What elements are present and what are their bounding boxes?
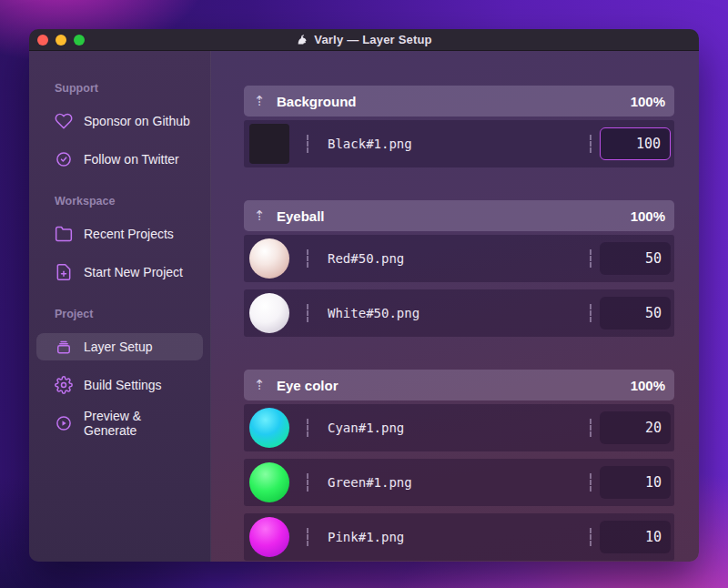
dashed-divider [590, 473, 592, 492]
sidebar-item-label: Sponsor on Github [84, 114, 190, 128]
dashed-divider [590, 419, 592, 437]
layer-row-white-50-png: White#50.png [244, 289, 674, 337]
layer-thumbnail-sphere-green [249, 462, 289, 502]
badge-check-icon [55, 150, 73, 168]
layer-weight-input[interactable] [600, 411, 671, 444]
sidebar-item-preview-generate[interactable]: Preview & Generate [36, 410, 203, 437]
layer-row-pink-1-png: Pink#1.png [244, 513, 674, 561]
section-label: Project [55, 308, 210, 320]
layer-thumbnail-pearl-white [249, 293, 289, 333]
layer-thumbnail-black-swatch [249, 124, 289, 164]
layer-row-black-1-png: Black#1.png [244, 120, 674, 167]
sidebar-section-workspace: WorkspaceRecent ProjectsStart New Projec… [29, 195, 210, 286]
sidebar-item-label: Preview & Generate [84, 409, 192, 438]
dashed-divider [307, 249, 308, 268]
drag-handle-icon[interactable]: ⇡ [251, 209, 268, 223]
sidebar-item-label: Start New Project [84, 265, 183, 279]
group-header: ⇡Eyeball100% [244, 200, 674, 231]
section-label: Workspace [55, 195, 210, 208]
layer-file-name: Black#1.png [328, 137, 590, 151]
layer-group-eye-color: ⇡Eye color100%Cyan#1.pngGreen#1.pngPink#… [244, 370, 674, 561]
layer-row-cyan-1-png: Cyan#1.png [244, 404, 674, 451]
dashed-divider [307, 473, 308, 492]
layer-file-name: Cyan#1.png [328, 421, 590, 435]
layer-weight-input[interactable] [600, 242, 671, 275]
dashed-divider [590, 304, 592, 322]
dashed-divider [307, 135, 308, 153]
layer-weight-input[interactable] [600, 521, 671, 553]
layer-file-name: Green#1.png [328, 475, 590, 490]
layer-group-eyeball: ⇡Eyeball100%Red#50.pngWhite#50.png [244, 200, 674, 337]
sidebar-item-label: Recent Projects [84, 227, 174, 241]
window-title: Varly — Layer Setup [29, 33, 699, 46]
dashed-divider [307, 304, 308, 322]
layers-box-icon [55, 338, 73, 356]
sidebar-item-label: Layer Setup [84, 340, 153, 354]
layer-weight-input[interactable] [600, 127, 671, 160]
folder-icon [55, 225, 73, 243]
app-window: Varly — Layer Setup SupportSponsor on Gi… [29, 29, 699, 562]
sidebar-item-recent-projects[interactable]: Recent Projects [36, 220, 203, 248]
layer-row-green-1-png: Green#1.png [244, 459, 674, 506]
gear-icon [55, 376, 73, 394]
dashed-divider [590, 135, 592, 153]
dashed-divider [307, 528, 308, 546]
layer-weight-input[interactable] [600, 466, 671, 499]
group-weight: 100% [631, 378, 665, 393]
layer-file-name: White#50.png [328, 306, 590, 320]
dashed-divider [590, 249, 592, 268]
window-content: SupportSponsor on GithubFollow on Twitte… [29, 51, 699, 562]
heart-icon [55, 112, 73, 130]
group-header: ⇡Background100% [244, 86, 674, 117]
layer-group-background: ⇡Background100%Black#1.png [244, 86, 674, 167]
group-name: Eye color [277, 378, 339, 393]
layer-file-name: Red#50.png [328, 251, 590, 266]
drag-handle-icon[interactable]: ⇡ [251, 379, 268, 392]
sidebar-section-project: ProjectLayer SetupBuild SettingsPreview … [29, 308, 210, 437]
sidebar-item-label: Build Settings [84, 378, 162, 392]
group-weight: 100% [631, 208, 665, 224]
section-label: Support [55, 82, 210, 95]
group-name: Eyeball [277, 208, 325, 224]
sidebar-item-build-settings[interactable]: Build Settings [36, 371, 203, 399]
unicorn-icon [296, 33, 309, 46]
group-name: Background [277, 94, 357, 109]
title-bar: Varly — Layer Setup [29, 29, 699, 51]
layer-thumbnail-pearl-red [249, 238, 289, 279]
file-plus-icon [55, 263, 73, 281]
play-circle-icon [55, 414, 73, 432]
dashed-divider [307, 419, 308, 437]
layer-thumbnail-sphere-pink [249, 517, 289, 557]
sidebar-item-layer-setup[interactable]: Layer Setup [36, 333, 203, 360]
sidebar-item-start-new-project[interactable]: Start New Project [36, 259, 203, 286]
layer-file-name: Pink#1.png [328, 530, 590, 544]
layer-list: ⇡Background100%Black#1.png⇡Eyeball100%Re… [211, 51, 699, 562]
drag-handle-icon[interactable]: ⇡ [251, 95, 268, 108]
dashed-divider [590, 528, 592, 546]
sidebar-item-sponsor-on-github[interactable]: Sponsor on Github [36, 107, 203, 135]
sidebar: SupportSponsor on GithubFollow on Twitte… [29, 51, 211, 562]
window-title-text: Varly — Layer Setup [314, 33, 432, 46]
group-header: ⇡Eye color100% [244, 370, 674, 400]
layer-row-red-50-png: Red#50.png [244, 235, 674, 282]
sidebar-item-label: Follow on Twitter [84, 152, 179, 167]
sidebar-section-support: SupportSponsor on GithubFollow on Twitte… [29, 82, 210, 173]
layer-weight-input[interactable] [600, 297, 671, 329]
sidebar-item-follow-on-twitter[interactable]: Follow on Twitter [36, 146, 203, 173]
layer-thumbnail-sphere-cyan [249, 408, 289, 448]
group-weight: 100% [631, 94, 665, 109]
